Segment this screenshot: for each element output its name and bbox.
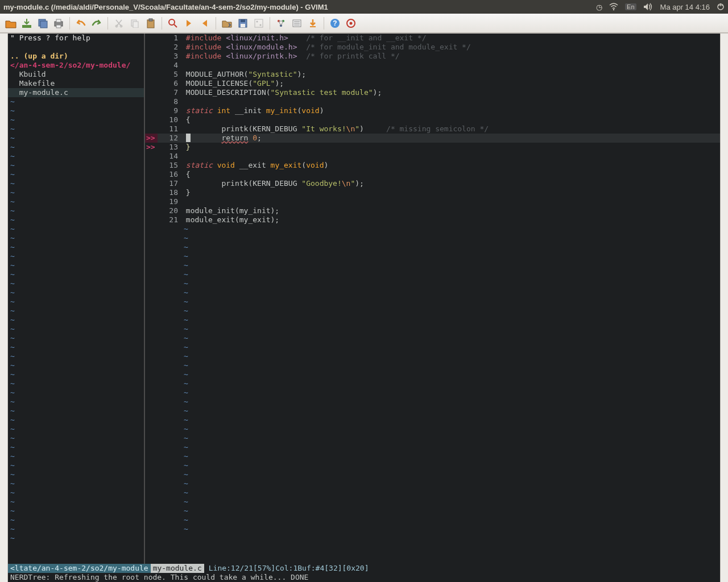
empty-line-tilde: ~ — [181, 497, 720, 506]
code-line[interactable]: 3 #include <linux/printk.h> /* for print… — [145, 52, 720, 61]
nerdtree-root-dir[interactable]: </an-4-sem-2/so2/my-module/ — [8, 61, 144, 70]
toolbar-separator — [162, 17, 162, 30]
open-icon[interactable] — [5, 17, 17, 30]
code-text: #include <linux/printk.h> /* for printk … — [181, 52, 720, 61]
code-line[interactable]: 10 { — [145, 115, 720, 124]
keyboard-layout-indicator[interactable]: En — [625, 3, 636, 10]
empty-line-tilde: ~ — [8, 452, 144, 461]
empty-line-tilde: ~ — [181, 388, 720, 397]
empty-line-tilde: ~ — [8, 479, 144, 488]
nerdtree-file[interactable]: my-module.c — [8, 88, 144, 97]
sign-column — [145, 88, 158, 97]
nerdtree-up-dir[interactable]: .. (up a dir) — [8, 52, 144, 61]
clock-icon[interactable]: ◷ — [596, 3, 602, 11]
sign-column — [145, 161, 158, 170]
code-pane[interactable]: 1 #include <linux/init.h> /* for __init … — [145, 34, 720, 564]
empty-line-tilde: ~ — [8, 124, 144, 134]
empty-line-tilde: ~ — [181, 225, 720, 234]
command-line[interactable]: NERDTree: Refreshing the root node. This… — [8, 573, 720, 582]
svg-rect-13 — [149, 19, 152, 21]
empty-line-tilde: ~ — [181, 306, 720, 315]
empty-line-tilde: ~ — [8, 516, 144, 525]
code-line[interactable]: 4 — [145, 61, 720, 70]
empty-line-tilde: ~ — [181, 425, 720, 434]
code-line[interactable]: 1 #include <linux/init.h> /* for __init … — [145, 34, 720, 43]
sign-column: >> — [145, 134, 158, 143]
shell-icon[interactable] — [291, 17, 303, 30]
code-line[interactable]: 9 static int __init my_init(void) — [145, 106, 720, 115]
svg-rect-16 — [241, 24, 245, 27]
scrollbar-left[interactable] — [0, 34, 8, 582]
volume-icon[interactable] — [643, 3, 653, 11]
line-number: 9 — [158, 106, 181, 115]
line-number: 17 — [158, 179, 181, 188]
nerdtree-pane[interactable]: " Press ? for help .. (up a dir) </an-4-… — [8, 34, 144, 564]
paste-icon[interactable] — [144, 17, 157, 30]
code-text: MODULE_AUTHOR("Syntastic"); — [181, 70, 720, 79]
line-number: 4 — [158, 61, 181, 70]
code-line[interactable]: 17 printk(KERN_DEBUG "Goodbye!\n"); — [145, 179, 720, 188]
save-all-icon[interactable] — [36, 17, 49, 30]
code-line[interactable]: >>12 return 0; — [145, 134, 720, 143]
code-line[interactable]: 7 MODULE_DESCRIPTION("Syntastic test mod… — [145, 88, 720, 97]
code-line[interactable]: 15 static void __exit my_exit(void) — [145, 161, 720, 170]
empty-line-tilde: ~ — [181, 234, 720, 243]
code-line[interactable]: 19 — [145, 197, 720, 206]
empty-line-tilde: ~ — [8, 434, 144, 443]
print-icon[interactable] — [52, 17, 65, 30]
redo-icon[interactable] — [90, 17, 103, 30]
status-path: <ltate/an-4-sem-2/so2/my-module — [8, 564, 151, 573]
code-line[interactable]: 5 MODULE_AUTHOR("Syntastic"); — [145, 70, 720, 79]
sign-column — [145, 206, 158, 215]
code-line[interactable]: 18 } — [145, 188, 720, 197]
find-help-icon[interactable] — [345, 17, 357, 30]
code-line[interactable]: >>13 } — [145, 143, 720, 152]
scrollbar-right[interactable] — [720, 34, 728, 582]
empty-line-tilde: ~ — [181, 516, 720, 525]
sign-column — [145, 61, 158, 70]
code-line[interactable]: 11 printk(KERN_DEBUG "It works!\n") /* m… — [145, 124, 720, 134]
line-number: 1 — [158, 34, 181, 43]
empty-line-tilde: ~ — [181, 288, 720, 297]
code-text: module_exit(my_exit); — [181, 215, 720, 225]
find-prev-icon[interactable] — [198, 17, 211, 30]
empty-line-tilde: ~ — [8, 370, 144, 379]
code-line[interactable]: 20 module_init(my_init); — [145, 206, 720, 215]
find-replace-icon[interactable] — [167, 17, 179, 30]
sign-column — [145, 34, 158, 43]
code-line[interactable]: 8 — [145, 97, 720, 106]
save-icon[interactable] — [20, 17, 33, 30]
tag-jump-icon[interactable] — [307, 17, 319, 30]
window-frame: " Press ? for help .. (up a dir) </an-4-… — [0, 33, 728, 582]
power-icon[interactable] — [717, 3, 725, 11]
sign-column — [145, 106, 158, 115]
nerdtree-file[interactable]: Makefile — [8, 79, 144, 88]
find-next-icon[interactable] — [183, 17, 195, 30]
code-line[interactable]: 21 module_exit(my_exit); — [145, 215, 720, 225]
cut-icon[interactable] — [113, 17, 125, 30]
wifi-icon[interactable] — [609, 3, 618, 11]
datetime[interactable]: Ma apr 14 4:16 — [660, 3, 710, 11]
load-session-icon[interactable] — [221, 17, 233, 30]
help-icon[interactable]: ? — [329, 17, 341, 30]
empty-line-tilde: ~ — [8, 397, 144, 406]
make-icon[interactable] — [275, 17, 287, 30]
svg-text:?: ? — [333, 19, 337, 27]
run-script-icon[interactable] — [253, 17, 265, 30]
save-session-icon[interactable] — [237, 17, 249, 30]
svg-rect-7 — [56, 25, 61, 28]
empty-line-tilde: ~ — [8, 279, 144, 288]
line-number: 15 — [158, 161, 181, 170]
empty-line-tilde: ~ — [8, 306, 144, 315]
code-line[interactable]: 16 { — [145, 170, 720, 179]
nerdtree-file[interactable]: Kbuild — [8, 70, 144, 79]
sign-column — [145, 188, 158, 197]
code-line[interactable]: 14 — [145, 152, 720, 161]
copy-icon[interactable] — [129, 17, 141, 30]
sign-column — [145, 215, 158, 225]
undo-icon[interactable] — [75, 17, 87, 30]
code-line[interactable]: 6 MODULE_LICENSE("GPL"); — [145, 79, 720, 88]
system-menubar: my-module.c (/media/aldi/Personale_V/Sco… — [0, 0, 728, 14]
empty-line-tilde: ~ — [181, 479, 720, 488]
code-line[interactable]: 2 #include <linux/module.h> /* for modul… — [145, 43, 720, 52]
